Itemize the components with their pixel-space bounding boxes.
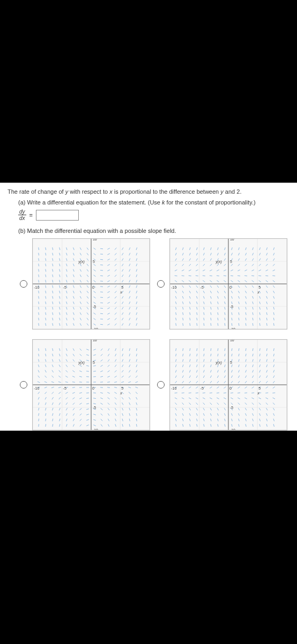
svg-line-643 [101, 425, 102, 427]
svg-line-825 [203, 376, 204, 378]
svg-line-914 [245, 381, 247, 383]
svg-line-174 [107, 259, 109, 260]
svg-line-868 [224, 387, 226, 389]
svg-line-30 [46, 307, 46, 310]
svg-line-560 [58, 387, 61, 387]
svg-line-764 [175, 381, 177, 383]
svg-line-471 [273, 318, 274, 320]
svg-line-474 [273, 302, 274, 304]
svg-line-721 [136, 408, 137, 411]
svg-line-925 [252, 402, 254, 405]
svg-line-280 [182, 296, 183, 299]
svg-line-772 [182, 419, 183, 421]
svg-line-853 [217, 387, 219, 389]
radio-option-2[interactable] [157, 280, 165, 288]
svg-line-796 [189, 370, 190, 373]
svg-line-774 [182, 408, 184, 410]
svg-line-970 [273, 402, 274, 405]
svg-line-189 [115, 259, 116, 261]
svg-line-965 [266, 348, 267, 351]
svg-line-483 [273, 253, 274, 255]
svg-line-966 [273, 424, 274, 427]
svg-line-547 [51, 376, 54, 377]
svg-line-809 [196, 381, 198, 383]
svg-line-456 [266, 318, 267, 320]
svg-line-720 [136, 413, 137, 416]
svg-line-849 [217, 408, 219, 410]
svg-line-528 [45, 397, 46, 399]
svg-line-808 [196, 387, 198, 389]
svg-line-814 [197, 354, 197, 356]
svg-line-921 [253, 424, 253, 427]
svg-line-102 [80, 323, 81, 325]
svg-line-941 [258, 398, 261, 399]
svg-line-797 [189, 364, 190, 367]
svg-line-70 [60, 253, 60, 255]
svg-line-162 [107, 324, 109, 325]
svg-line-308 [197, 307, 197, 310]
radio-option-1[interactable] [20, 280, 27, 288]
svg-line-658 [108, 424, 109, 426]
svg-line-931 [253, 370, 254, 373]
svg-line-518 [38, 370, 39, 372]
svg-line-388 [231, 281, 233, 282]
svg-line-612 [80, 349, 81, 351]
svg-line-325 [203, 296, 204, 299]
svg-line-830 [204, 348, 204, 351]
svg-line-143 [93, 264, 95, 266]
svg-line-355 [218, 296, 219, 299]
radio-option-3[interactable] [20, 381, 27, 389]
svg-line-59 [60, 312, 60, 315]
answer-input[interactable] [36, 210, 79, 221]
svg-line-428 [253, 307, 253, 310]
svg-line-847 [218, 419, 219, 421]
svg-line-316 [196, 264, 198, 266]
svg-line-60 [60, 307, 60, 310]
svg-line-862 [225, 419, 226, 421]
svg-line-440 [259, 323, 260, 326]
svg-line-659 [108, 419, 109, 421]
svg-text:-10: -10 [171, 386, 176, 390]
svg-line-771 [183, 424, 183, 427]
svg-line-414 [246, 302, 247, 304]
svg-line-798 [190, 359, 190, 362]
svg-line-944 [259, 381, 261, 383]
svg-line-262 [176, 312, 176, 315]
svg-line-302 [189, 259, 191, 261]
svg-text:0: 0 [229, 386, 232, 390]
svg-line-549 [52, 364, 53, 367]
svg-line-264 [175, 302, 176, 304]
svg-line-679 [115, 392, 117, 394]
svg-line-953 [266, 413, 268, 416]
radio-option-4[interactable] [157, 381, 165, 389]
svg-text:-10: -10 [230, 327, 235, 329]
svg-line-260 [176, 323, 176, 326]
svg-line-891 [239, 424, 239, 427]
svg-line-108 [80, 291, 81, 293]
svg-line-718 [136, 424, 137, 427]
svg-line-779 [182, 381, 184, 383]
svg-line-363 [217, 253, 218, 255]
svg-line-50 [53, 280, 53, 283]
svg-line-452 [259, 259, 261, 261]
svg-line-276 [183, 318, 183, 320]
svg-line-770 [176, 348, 176, 351]
svg-text:-5: -5 [201, 286, 204, 289]
svg-line-52 [53, 269, 53, 272]
svg-line-889 [232, 354, 232, 356]
svg-line-672 [108, 348, 109, 350]
svg-line-278 [183, 307, 183, 310]
svg-line-41 [46, 247, 46, 250]
svg-line-331 [203, 264, 205, 266]
svg-line-783 [183, 359, 183, 362]
svg-line-309 [197, 302, 198, 304]
svg-line-538 [53, 424, 53, 427]
svg-line-676 [115, 408, 116, 410]
svg-line-803 [196, 413, 197, 416]
svg-line-361 [217, 264, 219, 266]
svg-line-539 [53, 419, 53, 421]
svg-line-166 [107, 302, 109, 303]
svg-line-576 [65, 382, 68, 382]
slope-field-2: -10-50510105-5-10y(x)x [169, 238, 287, 330]
svg-line-586 [73, 408, 75, 410]
